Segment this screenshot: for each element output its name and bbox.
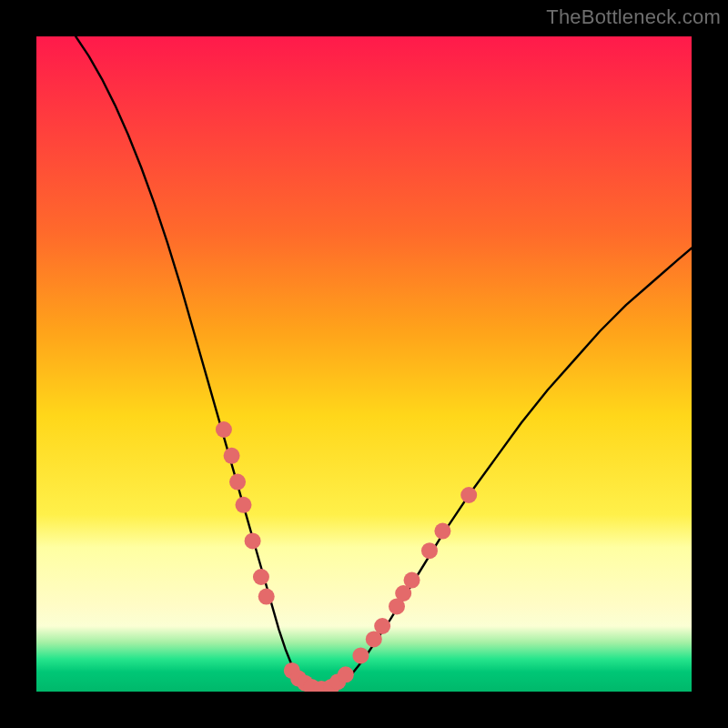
bottleneck-curve — [76, 36, 692, 691]
points-left — [236, 497, 252, 513]
points-right — [421, 542, 438, 559]
points-left — [253, 569, 269, 585]
watermark-text: TheBottleneck.com — [546, 5, 721, 29]
points-bottom — [338, 666, 354, 682]
marker-layer — [216, 421, 477, 692]
points-left — [258, 589, 275, 605]
curve-layer — [36, 36, 692, 692]
plot-area — [36, 36, 692, 692]
points-left — [245, 532, 261, 549]
points-left — [229, 474, 246, 490]
points-right — [352, 647, 369, 663]
points-left — [224, 448, 240, 464]
points-right — [374, 618, 390, 634]
points-right — [460, 487, 477, 503]
points-left — [216, 421, 232, 438]
chart-frame: TheBottleneck.com — [0, 0, 728, 728]
points-right — [434, 523, 450, 540]
points-right — [404, 572, 420, 589]
